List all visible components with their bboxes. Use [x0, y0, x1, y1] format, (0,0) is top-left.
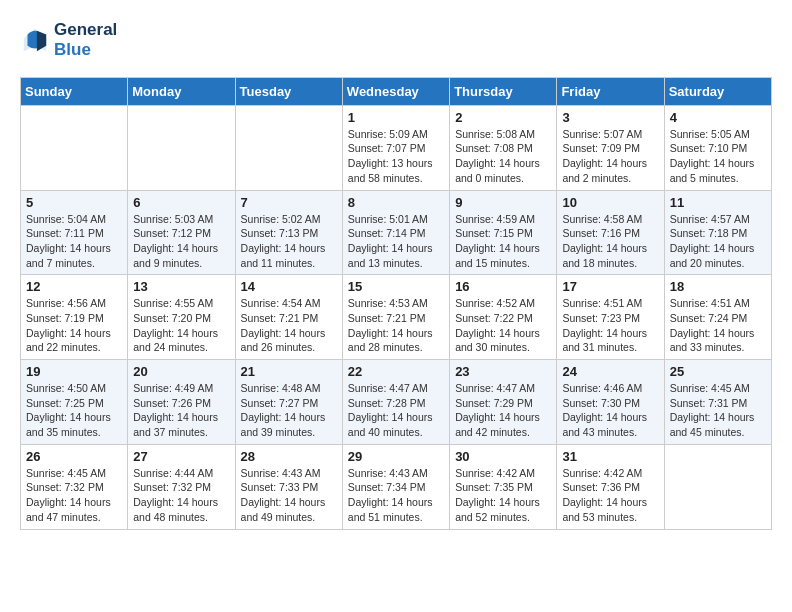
day-number: 5 [26, 195, 122, 210]
calendar-cell: 23Sunrise: 4:47 AMSunset: 7:29 PMDayligh… [450, 360, 557, 445]
day-number: 24 [562, 364, 658, 379]
logo: General Blue [20, 20, 117, 61]
weekday-header-wednesday: Wednesday [342, 77, 449, 105]
day-number: 22 [348, 364, 444, 379]
day-info: Sunrise: 4:44 AMSunset: 7:32 PMDaylight:… [133, 466, 229, 525]
day-number: 15 [348, 279, 444, 294]
calendar-cell: 12Sunrise: 4:56 AMSunset: 7:19 PMDayligh… [21, 275, 128, 360]
weekday-header-thursday: Thursday [450, 77, 557, 105]
calendar-cell: 26Sunrise: 4:45 AMSunset: 7:32 PMDayligh… [21, 444, 128, 529]
calendar-cell: 7Sunrise: 5:02 AMSunset: 7:13 PMDaylight… [235, 190, 342, 275]
calendar-cell: 28Sunrise: 4:43 AMSunset: 7:33 PMDayligh… [235, 444, 342, 529]
day-number: 26 [26, 449, 122, 464]
day-number: 25 [670, 364, 766, 379]
calendar-cell: 27Sunrise: 4:44 AMSunset: 7:32 PMDayligh… [128, 444, 235, 529]
calendar-cell: 3Sunrise: 5:07 AMSunset: 7:09 PMDaylight… [557, 105, 664, 190]
calendar-cell: 19Sunrise: 4:50 AMSunset: 7:25 PMDayligh… [21, 360, 128, 445]
calendar-cell: 16Sunrise: 4:52 AMSunset: 7:22 PMDayligh… [450, 275, 557, 360]
day-number: 12 [26, 279, 122, 294]
day-info: Sunrise: 4:46 AMSunset: 7:30 PMDaylight:… [562, 381, 658, 440]
calendar-cell: 20Sunrise: 4:49 AMSunset: 7:26 PMDayligh… [128, 360, 235, 445]
day-number: 28 [241, 449, 337, 464]
day-info: Sunrise: 4:58 AMSunset: 7:16 PMDaylight:… [562, 212, 658, 271]
calendar-cell: 21Sunrise: 4:48 AMSunset: 7:27 PMDayligh… [235, 360, 342, 445]
day-info: Sunrise: 4:42 AMSunset: 7:36 PMDaylight:… [562, 466, 658, 525]
weekday-header-sunday: Sunday [21, 77, 128, 105]
calendar-cell [235, 105, 342, 190]
day-info: Sunrise: 5:02 AMSunset: 7:13 PMDaylight:… [241, 212, 337, 271]
calendar-cell [128, 105, 235, 190]
day-info: Sunrise: 4:56 AMSunset: 7:19 PMDaylight:… [26, 296, 122, 355]
calendar-cell [664, 444, 771, 529]
weekday-header-friday: Friday [557, 77, 664, 105]
day-info: Sunrise: 5:07 AMSunset: 7:09 PMDaylight:… [562, 127, 658, 186]
calendar-cell: 6Sunrise: 5:03 AMSunset: 7:12 PMDaylight… [128, 190, 235, 275]
day-number: 18 [670, 279, 766, 294]
day-number: 29 [348, 449, 444, 464]
calendar-cell: 15Sunrise: 4:53 AMSunset: 7:21 PMDayligh… [342, 275, 449, 360]
day-number: 17 [562, 279, 658, 294]
calendar-cell [21, 105, 128, 190]
calendar-cell: 14Sunrise: 4:54 AMSunset: 7:21 PMDayligh… [235, 275, 342, 360]
day-number: 3 [562, 110, 658, 125]
day-number: 19 [26, 364, 122, 379]
calendar-cell: 4Sunrise: 5:05 AMSunset: 7:10 PMDaylight… [664, 105, 771, 190]
day-number: 30 [455, 449, 551, 464]
calendar-cell: 13Sunrise: 4:55 AMSunset: 7:20 PMDayligh… [128, 275, 235, 360]
calendar-cell: 17Sunrise: 4:51 AMSunset: 7:23 PMDayligh… [557, 275, 664, 360]
day-info: Sunrise: 4:47 AMSunset: 7:28 PMDaylight:… [348, 381, 444, 440]
day-info: Sunrise: 4:48 AMSunset: 7:27 PMDaylight:… [241, 381, 337, 440]
weekday-header-saturday: Saturday [664, 77, 771, 105]
day-info: Sunrise: 4:54 AMSunset: 7:21 PMDaylight:… [241, 296, 337, 355]
page-header: General Blue [20, 20, 772, 61]
day-number: 1 [348, 110, 444, 125]
day-info: Sunrise: 5:04 AMSunset: 7:11 PMDaylight:… [26, 212, 122, 271]
day-info: Sunrise: 5:01 AMSunset: 7:14 PMDaylight:… [348, 212, 444, 271]
day-info: Sunrise: 4:51 AMSunset: 7:24 PMDaylight:… [670, 296, 766, 355]
day-number: 6 [133, 195, 229, 210]
calendar-cell: 30Sunrise: 4:42 AMSunset: 7:35 PMDayligh… [450, 444, 557, 529]
day-info: Sunrise: 4:50 AMSunset: 7:25 PMDaylight:… [26, 381, 122, 440]
calendar-cell: 1Sunrise: 5:09 AMSunset: 7:07 PMDaylight… [342, 105, 449, 190]
day-info: Sunrise: 5:09 AMSunset: 7:07 PMDaylight:… [348, 127, 444, 186]
logo-icon [20, 25, 50, 55]
calendar-cell: 9Sunrise: 4:59 AMSunset: 7:15 PMDaylight… [450, 190, 557, 275]
day-info: Sunrise: 4:43 AMSunset: 7:34 PMDaylight:… [348, 466, 444, 525]
day-info: Sunrise: 4:51 AMSunset: 7:23 PMDaylight:… [562, 296, 658, 355]
day-info: Sunrise: 4:57 AMSunset: 7:18 PMDaylight:… [670, 212, 766, 271]
day-info: Sunrise: 5:03 AMSunset: 7:12 PMDaylight:… [133, 212, 229, 271]
day-number: 11 [670, 195, 766, 210]
day-number: 27 [133, 449, 229, 464]
day-number: 21 [241, 364, 337, 379]
logo-text: General Blue [54, 20, 117, 61]
day-number: 4 [670, 110, 766, 125]
day-info: Sunrise: 4:43 AMSunset: 7:33 PMDaylight:… [241, 466, 337, 525]
calendar-cell: 29Sunrise: 4:43 AMSunset: 7:34 PMDayligh… [342, 444, 449, 529]
calendar-cell: 31Sunrise: 4:42 AMSunset: 7:36 PMDayligh… [557, 444, 664, 529]
calendar-cell: 11Sunrise: 4:57 AMSunset: 7:18 PMDayligh… [664, 190, 771, 275]
day-number: 20 [133, 364, 229, 379]
day-info: Sunrise: 4:52 AMSunset: 7:22 PMDaylight:… [455, 296, 551, 355]
day-info: Sunrise: 4:53 AMSunset: 7:21 PMDaylight:… [348, 296, 444, 355]
day-info: Sunrise: 4:47 AMSunset: 7:29 PMDaylight:… [455, 381, 551, 440]
day-number: 2 [455, 110, 551, 125]
day-info: Sunrise: 4:45 AMSunset: 7:31 PMDaylight:… [670, 381, 766, 440]
day-info: Sunrise: 4:42 AMSunset: 7:35 PMDaylight:… [455, 466, 551, 525]
day-number: 8 [348, 195, 444, 210]
day-number: 9 [455, 195, 551, 210]
day-info: Sunrise: 5:05 AMSunset: 7:10 PMDaylight:… [670, 127, 766, 186]
weekday-header-monday: Monday [128, 77, 235, 105]
day-number: 10 [562, 195, 658, 210]
day-number: 16 [455, 279, 551, 294]
day-info: Sunrise: 4:55 AMSunset: 7:20 PMDaylight:… [133, 296, 229, 355]
calendar-cell: 24Sunrise: 4:46 AMSunset: 7:30 PMDayligh… [557, 360, 664, 445]
calendar-cell: 8Sunrise: 5:01 AMSunset: 7:14 PMDaylight… [342, 190, 449, 275]
calendar-cell: 2Sunrise: 5:08 AMSunset: 7:08 PMDaylight… [450, 105, 557, 190]
day-number: 31 [562, 449, 658, 464]
calendar-cell: 25Sunrise: 4:45 AMSunset: 7:31 PMDayligh… [664, 360, 771, 445]
day-info: Sunrise: 4:45 AMSunset: 7:32 PMDaylight:… [26, 466, 122, 525]
day-info: Sunrise: 4:59 AMSunset: 7:15 PMDaylight:… [455, 212, 551, 271]
day-info: Sunrise: 5:08 AMSunset: 7:08 PMDaylight:… [455, 127, 551, 186]
day-number: 7 [241, 195, 337, 210]
calendar-cell: 22Sunrise: 4:47 AMSunset: 7:28 PMDayligh… [342, 360, 449, 445]
